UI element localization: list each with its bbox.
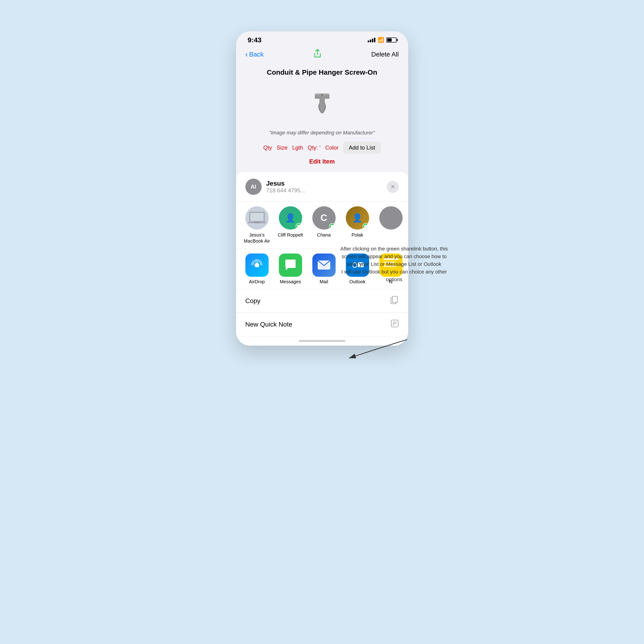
contact-phone: 718 644 4795... xyxy=(266,187,387,194)
quick-note-icon xyxy=(390,319,399,330)
chevron-left-icon: ‹ xyxy=(245,50,248,59)
close-button[interactable]: ✕ xyxy=(387,181,399,193)
product-title: Conduit & Pipe Hanger Screw-On xyxy=(245,68,399,76)
status-icons: 📶 xyxy=(368,37,397,43)
message-badge-chana xyxy=(329,223,336,230)
annotation-arrow xyxy=(342,340,412,367)
partial-avatar xyxy=(379,206,403,230)
attr-lgth: Lgth xyxy=(292,144,303,151)
wifi-icon: 📶 xyxy=(378,37,384,43)
attr-size: Size xyxy=(277,144,287,151)
back-button[interactable]: ‹ Back xyxy=(245,50,264,59)
mail-icon xyxy=(312,254,336,277)
airdrop-icon xyxy=(245,254,269,277)
share-button[interactable] xyxy=(313,49,322,60)
attr-color: Color xyxy=(325,144,338,151)
contact-avatar: AI xyxy=(245,179,262,195)
status-bar: 9:43 📶 xyxy=(236,31,408,46)
contact-name: Jesus xyxy=(266,180,387,187)
message-badge-polak xyxy=(363,223,369,230)
contact-row: AI Jesus 718 644 4795... ✕ xyxy=(236,172,408,202)
edit-item-button[interactable]: Edit Item xyxy=(245,158,399,165)
attr-qty2: Qty: ' xyxy=(308,144,320,151)
list-item[interactable]: C Chana xyxy=(310,206,338,244)
svg-rect-3 xyxy=(250,213,264,221)
contact-initials: AI xyxy=(251,184,256,190)
add-to-list-button[interactable]: Add to List xyxy=(343,142,380,154)
copy-icon xyxy=(390,296,399,306)
annotation-text: After clicking on the green sharelink bu… xyxy=(338,245,450,283)
cliff-label: Cliff Roppelt xyxy=(278,232,303,238)
list-item[interactable] xyxy=(377,206,405,244)
phone-container: 9:43 📶 ‹ Back xyxy=(194,31,450,613)
attr-qty: Qty xyxy=(263,144,272,151)
copy-label: Copy xyxy=(245,297,260,305)
iphone-screen: 9:43 📶 ‹ Back xyxy=(236,31,408,346)
messages-label: Messages xyxy=(280,279,301,284)
battery-icon xyxy=(386,37,397,43)
chana-label: Chana xyxy=(317,232,331,238)
nav-bar: ‹ Back Delete All xyxy=(236,46,408,64)
airdrop-label: AirDrop xyxy=(249,279,265,284)
home-bar xyxy=(299,340,345,342)
signal-bars-icon xyxy=(368,38,375,42)
message-badge xyxy=(296,223,302,230)
svg-rect-5 xyxy=(254,222,260,223)
status-time: 9:43 xyxy=(248,36,262,44)
list-item[interactable]: 👤 Polak xyxy=(344,206,371,244)
macbook-label: Jesus's MacBook Air xyxy=(243,232,271,244)
macbook-avatar xyxy=(245,206,269,230)
svg-rect-17 xyxy=(392,296,397,302)
new-quick-note-action[interactable]: New Quick Note xyxy=(236,313,408,336)
contacts-scroll: Jesus's MacBook Air 👤 Cliff Roppelt xyxy=(236,202,408,249)
app-mail[interactable]: Mail xyxy=(310,254,338,284)
new-quick-note-label: New Quick Note xyxy=(245,321,292,328)
list-item[interactable]: 👤 Cliff Roppelt xyxy=(277,206,304,244)
app-airdrop[interactable]: AirDrop xyxy=(243,254,271,284)
product-area: Conduit & Pipe Hanger Screw-On xyxy=(236,64,408,172)
product-caption: "Image may differ depending on Manufactu… xyxy=(245,130,399,136)
polak-label: Polak xyxy=(351,232,363,238)
app-messages[interactable]: Messages xyxy=(277,254,304,284)
mail-label: Mail xyxy=(320,279,328,284)
delete-all-button[interactable]: Delete All xyxy=(371,51,399,58)
chana-avatar: C xyxy=(312,206,336,230)
contact-info: Jesus 718 644 4795... xyxy=(266,180,387,194)
polak-avatar: 👤 xyxy=(346,206,369,230)
product-image-area xyxy=(245,83,399,125)
back-label: Back xyxy=(249,51,264,58)
list-item[interactable]: Jesus's MacBook Air xyxy=(243,206,271,244)
product-image xyxy=(310,91,334,117)
svg-point-1 xyxy=(321,94,323,96)
cliff-avatar: 👤 xyxy=(279,206,302,230)
messages-icon xyxy=(279,254,302,277)
product-attributes: Qty Size Lgth Qty: ' Color Add to List xyxy=(245,142,399,154)
copy-action[interactable]: Copy xyxy=(236,289,408,313)
